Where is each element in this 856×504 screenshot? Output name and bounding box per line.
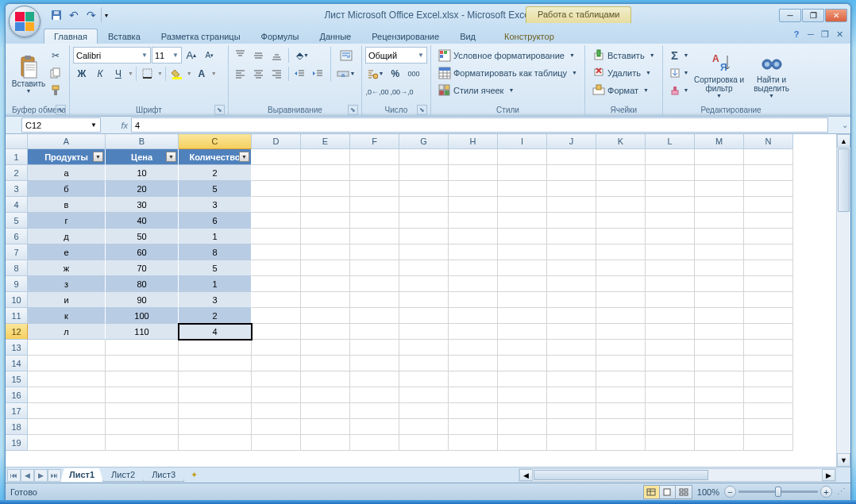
cell-D7[interactable] xyxy=(252,244,301,260)
align-middle[interactable] xyxy=(250,47,268,63)
cell-C10[interactable]: 3 xyxy=(179,292,252,308)
cell-C3[interactable]: 5 xyxy=(179,181,252,197)
scroll-thumb-v[interactable] xyxy=(838,148,850,212)
row-header-5[interactable]: 5 xyxy=(6,213,28,229)
cell-G8[interactable] xyxy=(399,260,449,276)
cell-M4[interactable] xyxy=(695,197,744,213)
cell-K5[interactable] xyxy=(596,213,646,229)
cell-G10[interactable] xyxy=(399,292,449,308)
cell-J19[interactable] xyxy=(547,435,596,451)
cell-F6[interactable] xyxy=(350,229,399,244)
cell-G16[interactable] xyxy=(399,387,449,403)
cell-E12[interactable] xyxy=(301,324,350,340)
cell-J1[interactable] xyxy=(547,149,596,165)
cell-I1[interactable] xyxy=(498,149,547,165)
row-header-8[interactable]: 8 xyxy=(6,260,28,276)
cell-E17[interactable] xyxy=(301,403,350,419)
autosum-button[interactable]: Σ▼ xyxy=(666,47,692,63)
scroll-up[interactable]: ▲ xyxy=(837,134,850,148)
cell-C6[interactable]: 1 xyxy=(179,229,252,244)
cell-F7[interactable] xyxy=(350,244,399,260)
cell-D16[interactable] xyxy=(252,387,301,403)
cell-K3[interactable] xyxy=(596,181,646,197)
cell-N9[interactable] xyxy=(744,276,793,292)
cell-A18[interactable] xyxy=(28,419,106,435)
cell-B3[interactable]: 20 xyxy=(106,181,179,197)
sheet-tab-Лист2[interactable]: Лист2 xyxy=(102,468,144,482)
cell-H12[interactable] xyxy=(449,324,498,340)
cell-B16[interactable] xyxy=(106,387,179,403)
cell-N3[interactable] xyxy=(744,181,793,197)
cell-G14[interactable] xyxy=(399,356,449,371)
decrease-indent[interactable] xyxy=(291,65,309,82)
mdi-close[interactable]: ✕ xyxy=(833,28,846,40)
row-header-6[interactable]: 6 xyxy=(6,229,28,244)
cell-C5[interactable]: 6 xyxy=(179,213,252,229)
help-icon[interactable]: ? xyxy=(790,28,803,40)
cell-K15[interactable] xyxy=(596,371,646,387)
scroll-right[interactable]: ▶ xyxy=(822,469,835,481)
cell-L18[interactable] xyxy=(646,419,695,435)
number-launcher[interactable]: ⬊ xyxy=(417,105,427,115)
cell-L9[interactable] xyxy=(646,276,695,292)
cell-K12[interactable] xyxy=(596,324,646,340)
cell-C14[interactable] xyxy=(179,356,252,371)
cell-C13[interactable] xyxy=(179,340,252,356)
cell-B7[interactable]: 60 xyxy=(106,244,179,260)
cells-area[interactable]: Продукты▼Цена▼Количество▼а102б205в303г40… xyxy=(28,149,836,467)
find-select-button[interactable]: Найти и выделить▼ xyxy=(747,47,796,101)
cell-B6[interactable]: 50 xyxy=(106,229,179,244)
cell-E9[interactable] xyxy=(301,276,350,292)
cell-H15[interactable] xyxy=(449,371,498,387)
minimize-button[interactable]: ─ xyxy=(779,9,801,22)
cell-F2[interactable] xyxy=(350,165,399,181)
cell-styles-button[interactable]: Стили ячеек▼ xyxy=(434,82,581,98)
align-launcher[interactable]: ⬊ xyxy=(348,105,358,115)
view-page-layout[interactable] xyxy=(660,486,676,498)
cell-J7[interactable] xyxy=(547,244,596,260)
view-page-break[interactable] xyxy=(676,486,692,498)
cell-D1[interactable] xyxy=(252,149,301,165)
cell-L13[interactable] xyxy=(646,340,695,356)
cell-F13[interactable] xyxy=(350,340,399,356)
cell-I4[interactable] xyxy=(498,197,547,213)
cell-I8[interactable] xyxy=(498,260,547,276)
underline-more[interactable]: ▼ xyxy=(128,71,133,76)
cell-F14[interactable] xyxy=(350,356,399,371)
cell-F5[interactable] xyxy=(350,213,399,229)
cell-G13[interactable] xyxy=(399,340,449,356)
clipboard-launcher[interactable]: ⬊ xyxy=(56,105,66,115)
cell-D11[interactable] xyxy=(252,308,301,324)
mdi-minimize[interactable]: ─ xyxy=(804,28,817,40)
cell-N1[interactable] xyxy=(744,149,793,165)
cell-D10[interactable] xyxy=(252,292,301,308)
cell-D6[interactable] xyxy=(252,229,301,244)
tab-Вид[interactable]: Вид xyxy=(449,29,486,44)
cell-E10[interactable] xyxy=(301,292,350,308)
cell-K8[interactable] xyxy=(596,260,646,276)
cell-G2[interactable] xyxy=(399,165,449,181)
cell-C2[interactable]: 2 xyxy=(179,165,252,181)
sheet-nav-last[interactable]: ⏭ xyxy=(48,469,61,482)
delete-cells-button[interactable]: Удалить▼ xyxy=(588,64,659,81)
shrink-font-button[interactable]: A▾ xyxy=(201,47,218,63)
cell-E18[interactable] xyxy=(301,419,350,435)
cut-button[interactable]: ✂ xyxy=(47,47,64,63)
cell-N13[interactable] xyxy=(744,340,793,356)
cell-D17[interactable] xyxy=(252,403,301,419)
cell-I12[interactable] xyxy=(498,324,547,340)
cell-L2[interactable] xyxy=(646,165,695,181)
col-header-M[interactable]: M xyxy=(695,134,744,149)
cell-F8[interactable] xyxy=(350,260,399,276)
cell-G9[interactable] xyxy=(399,276,449,292)
cell-H1[interactable] xyxy=(449,149,498,165)
cell-E6[interactable] xyxy=(301,229,350,244)
cell-E14[interactable] xyxy=(301,356,350,371)
cell-L8[interactable] xyxy=(646,260,695,276)
cell-L1[interactable] xyxy=(646,149,695,165)
fx-label[interactable]: fx xyxy=(101,121,131,130)
cell-L15[interactable] xyxy=(646,371,695,387)
fill-more[interactable]: ▼ xyxy=(187,71,192,76)
cell-B12[interactable]: 110 xyxy=(106,324,179,340)
cell-B5[interactable]: 40 xyxy=(106,213,179,229)
